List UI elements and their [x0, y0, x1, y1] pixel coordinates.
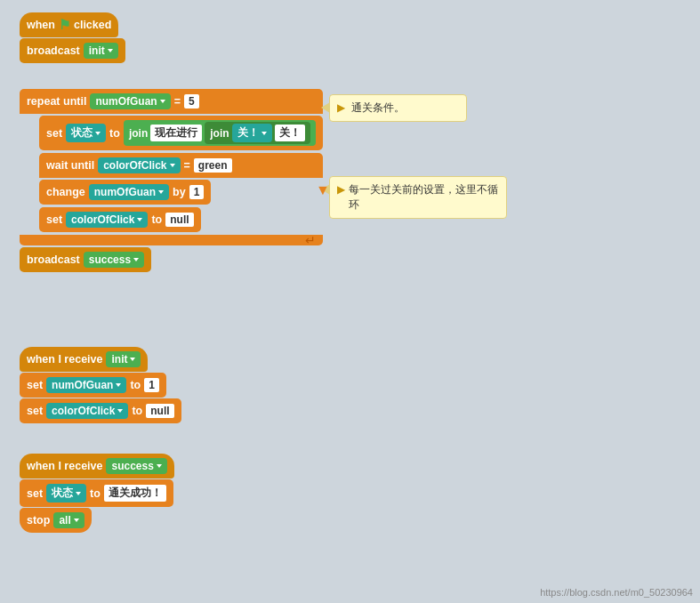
annotation2-arrow: ▶: [337, 182, 345, 197]
set-numOfGuan-1-block[interactable]: set numOfGuan to 1: [20, 373, 166, 398]
set-label-g3b: set: [27, 405, 43, 417]
stop-all-block[interactable]: stop all: [20, 508, 92, 533]
success-dropdown-icon: [157, 464, 162, 468]
wait-until-header[interactable]: wait until colorOfClick = green: [39, 153, 323, 178]
numOfGuan-dropdown-icon: [261, 132, 267, 135]
group2-stack: repeat until numOfGuan = 5 set 状态 to: [20, 89, 323, 273]
repeat-until-body: set 状态 to join 现在进行 join 关！: [39, 114, 323, 235]
all-dropdown-icon: [74, 519, 79, 522]
by-label: by: [173, 186, 186, 198]
numOfGuan-var3[interactable]: numOfGuan: [89, 184, 169, 200]
flag-icon: ⚑: [59, 17, 70, 33]
broadcast-label: broadcast: [27, 44, 80, 57]
broadcast-init-value[interactable]: init: [84, 43, 118, 59]
numOfGuan-g3-dropdown-icon: [116, 383, 121, 387]
numOfGuan-label: numOfGuan: [95, 95, 157, 108]
colorOfClick2-var[interactable]: colorOfClick: [66, 212, 148, 228]
green-value[interactable]: green: [194, 158, 232, 173]
broadcast2-label: broadcast: [27, 253, 80, 266]
group4-stack: when I receive success set 状态 to 通关成功！ s…: [20, 454, 174, 534]
to-label-g4: to: [90, 487, 101, 500]
null-val-g3[interactable]: null: [146, 404, 173, 418]
broadcast-success-dropdown-icon: [133, 258, 139, 261]
state-dropdown-icon: [95, 132, 101, 135]
repeat-until-header[interactable]: repeat until numOfGuan = 5: [20, 89, 323, 114]
when-i-receive-label2: when I receive: [27, 460, 102, 472]
numOfGuan-var2[interactable]: 关！: [232, 124, 272, 142]
annotation1-text: 通关条件。: [351, 101, 405, 114]
colorOfClick-var[interactable]: colorOfClick: [98, 157, 180, 173]
to1-label: to: [130, 379, 141, 391]
join-block2[interactable]: join 关！ 关！: [205, 122, 310, 144]
broadcast-success-value[interactable]: success: [84, 252, 144, 268]
all-value[interactable]: all: [53, 512, 84, 528]
equals2-sign: =: [184, 159, 190, 172]
dropdown-arrow-icon: [108, 49, 113, 52]
annotation1-arrow: ▶: [337, 101, 345, 114]
success-value[interactable]: success: [106, 458, 166, 474]
val-1[interactable]: 1: [144, 378, 159, 392]
to-label: to: [109, 127, 120, 140]
set-state-win-block[interactable]: set 状态 to 通关成功！: [20, 479, 173, 507]
broadcast-success-block[interactable]: broadcast success: [20, 247, 151, 272]
set-label-g4: set: [27, 487, 43, 500]
when-label: when: [27, 19, 55, 31]
change-numOfGuan-block[interactable]: change numOfGuan by 1: [39, 180, 211, 205]
state-g4-dropdown-icon: [76, 492, 81, 495]
init-value[interactable]: init: [106, 351, 141, 367]
broadcast-init-block[interactable]: broadcast init: [20, 38, 125, 63]
colorOfClick-dropdown-icon: [170, 164, 175, 167]
stop-label: stop: [27, 514, 50, 527]
when-receive-success-block[interactable]: when I receive success: [20, 454, 174, 478]
win-value[interactable]: 通关成功！: [104, 485, 166, 502]
state-var[interactable]: 状态: [66, 124, 106, 142]
set-label: set: [46, 127, 62, 140]
wait-until-label: wait until: [46, 159, 94, 172]
when-receive-init-block[interactable]: when I receive init: [20, 347, 148, 372]
repeat-until-footer: ↵: [20, 235, 323, 245]
numOfGuan2-dropdown-icon: [158, 190, 164, 194]
when-i-receive-label: when I receive: [27, 353, 102, 366]
repeat-until-label: repeat until: [27, 95, 86, 108]
colorOfClick-g3-dropdown-icon: [117, 409, 123, 413]
colorOfClick2-dropdown-icon: [137, 218, 142, 221]
dropdown-icon: [160, 100, 165, 103]
annotation2-connector: ▼: [316, 182, 330, 198]
set2-label: set: [46, 213, 62, 226]
init-dropdown-icon: [130, 358, 135, 361]
equals-sign: =: [174, 95, 181, 108]
canvas: when ⚑ clicked broadcast init repeat unt…: [0, 0, 700, 603]
guan-suffix: 关！: [275, 125, 305, 141]
set-colorOfClick-null2-block[interactable]: set colorOfClick to null: [20, 398, 181, 423]
state-var-g4[interactable]: 状态: [46, 484, 86, 502]
group1-stack: when ⚑ clicked broadcast init: [20, 12, 125, 64]
set-label-g3a: set: [27, 379, 43, 391]
annotation1-bubble: ▶ 通关条件。: [329, 94, 467, 122]
annotation2-text: 每一关过关前的设置，这里不循环: [349, 182, 499, 213]
change-label: change: [46, 186, 85, 198]
colorOfClick-var-g3[interactable]: colorOfClick: [46, 403, 128, 419]
watermark: https://blog.csdn.net/m0_50230964: [540, 587, 693, 598]
num-of-guan-condition[interactable]: numOfGuan: [90, 93, 170, 109]
numOfGuan-var-g3[interactable]: numOfGuan: [46, 377, 126, 393]
group3-stack: when I receive init set numOfGuan to 1 s…: [20, 347, 181, 424]
to2-label: to: [151, 213, 162, 226]
null-value[interactable]: null: [165, 213, 193, 227]
by-value[interactable]: 1: [189, 185, 205, 199]
clicked-label: clicked: [74, 19, 111, 31]
join-block1[interactable]: join 现在进行 join 关！ 关！: [124, 120, 316, 146]
value-5[interactable]: 5: [184, 94, 199, 109]
set-state-block[interactable]: set 状态 to join 现在进行 join 关！: [39, 116, 323, 150]
annotation2-bubble: ▶ 每一关过关前的设置，这里不循环: [329, 176, 507, 219]
now-run-value: 现在进行: [150, 125, 202, 141]
when-flag-clicked-block[interactable]: when ⚑ clicked: [20, 12, 118, 37]
to2-label-g3: to: [132, 405, 142, 417]
repeat-until-block: repeat until numOfGuan = 5 set 状态 to: [20, 89, 323, 245]
set-colorOfClick-null-block[interactable]: set colorOfClick to null: [39, 207, 201, 232]
wait-until-block: wait until colorOfClick = green: [39, 153, 323, 178]
repeat-arrow-icon: ↵: [305, 233, 316, 247]
